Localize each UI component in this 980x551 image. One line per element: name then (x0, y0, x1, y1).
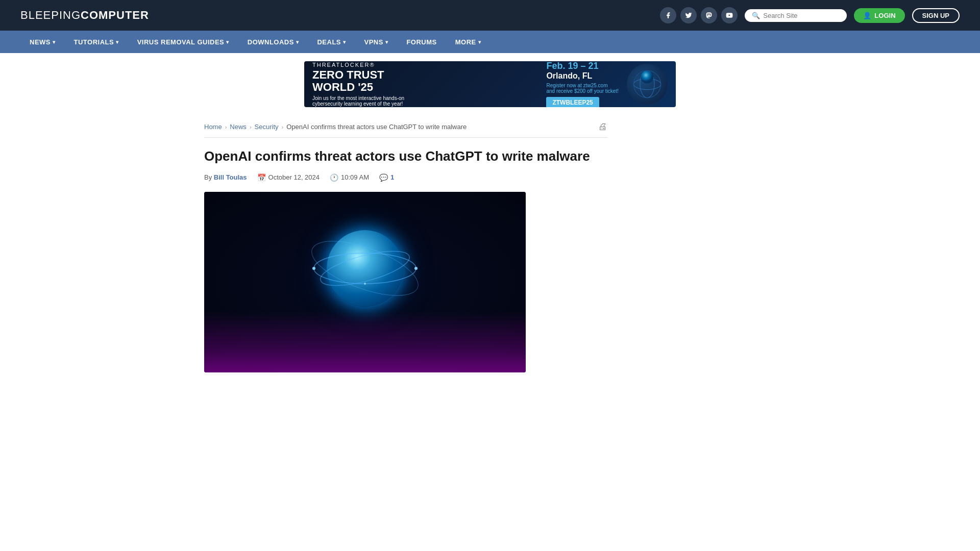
nav-tutorials[interactable]: TUTORIALS ▾ (65, 31, 128, 53)
comment-icon: 💬 (379, 173, 388, 182)
article-title: OpenAI confirms threat actors use ChatGP… (204, 148, 607, 165)
by-label: By (204, 173, 212, 181)
chevron-down-icon: ▾ (116, 39, 119, 45)
ad-logo: THREATLOCKER® (312, 62, 538, 68)
svg-point-10 (364, 283, 366, 285)
author-link[interactable]: Bill Toulas (214, 173, 247, 181)
page-layout: Home › News › Security › OpenAI confirms… (184, 115, 796, 383)
svg-point-5 (314, 253, 416, 284)
calendar-icon: 📅 (257, 173, 266, 182)
breadcrumb-current: OpenAI confirms threat actors use ChatGP… (286, 123, 467, 131)
nav-news[interactable]: NEWS ▾ (20, 31, 65, 53)
ad-left: THREATLOCKER® ZERO TRUST WORLD '25 Join … (312, 62, 538, 107)
ad-coupon: ZTWBLEEP25 (546, 97, 599, 108)
svg-point-3 (641, 70, 653, 83)
main-content: Home › News › Security › OpenAI confirms… (204, 115, 607, 383)
nav-downloads[interactable]: DOWNLOADS ▾ (238, 31, 308, 53)
breadcrumb-news[interactable]: News (230, 123, 247, 131)
ad-date: Feb. 19 – 21 (546, 61, 619, 71)
ad-subtitle: Join us for the most interactive hands-o… (312, 95, 538, 107)
article-container: OpenAI confirms threat actors use ChatGP… (204, 138, 607, 383)
svg-point-8 (414, 267, 418, 270)
search-input[interactable] (763, 12, 840, 19)
ad-location: Orlando, FL (546, 71, 619, 81)
breadcrumb-home[interactable]: Home (204, 123, 222, 131)
facebook-icon[interactable] (660, 7, 676, 23)
print-icon[interactable]: 🖨 (598, 121, 607, 132)
logo-bold: COMPUTER (81, 9, 149, 21)
article-date: 📅 October 12, 2024 (257, 173, 320, 182)
mastodon-icon[interactable] (701, 7, 717, 23)
chevron-down-icon: ▾ (226, 39, 229, 45)
ad-globe-icon (627, 64, 668, 105)
ad-register-text: Register now at ztw25.com and receive $2… (546, 83, 619, 94)
article-meta: By Bill Toulas 📅 October 12, 2024 🕐 10:0… (204, 173, 607, 182)
nav-virus-removal[interactable]: VIRUS REMOVAL GUIDES ▾ (128, 31, 238, 53)
svg-point-6 (305, 230, 425, 307)
nav-vpns[interactable]: VPNS ▾ (355, 31, 398, 53)
nav-more[interactable]: MORE ▾ (446, 31, 491, 53)
breadcrumb: Home › News › Security › OpenAI confirms… (204, 123, 467, 131)
breadcrumb-sep-2: › (250, 124, 252, 130)
login-button[interactable]: 👤 LOGIN (854, 8, 904, 23)
chevron-down-icon: ▾ (343, 39, 346, 45)
ad-inner: THREATLOCKER® ZERO TRUST WORLD '25 Join … (304, 61, 676, 107)
site-logo[interactable]: BLEEPINGCOMPUTER (20, 9, 149, 22)
ad-banner[interactable]: THREATLOCKER® ZERO TRUST WORLD '25 Join … (0, 53, 980, 115)
ad-title: ZERO TRUST WORLD '25 (312, 69, 538, 93)
chevron-down-icon: ▾ (53, 39, 56, 45)
site-header: BLEEPINGCOMPUTER 🔍 👤 LOGIN SIGN UP (0, 0, 980, 31)
youtube-icon[interactable] (721, 7, 738, 23)
breadcrumb-security[interactable]: Security (255, 123, 279, 131)
clock-icon: 🕐 (330, 173, 338, 182)
breadcrumb-sep-1: › (225, 124, 227, 130)
breadcrumb-section: Home › News › Security › OpenAI confirms… (204, 115, 607, 138)
breadcrumb-sep-3: › (282, 124, 284, 130)
article-hero-image (204, 192, 526, 372)
main-nav: NEWS ▾ TUTORIALS ▾ VIRUS REMOVAL GUIDES … (0, 31, 980, 53)
article-time: 🕐 10:09 AM (330, 173, 369, 182)
search-bar[interactable]: 🔍 (745, 9, 847, 22)
chevron-down-icon: ▾ (296, 39, 299, 45)
sidebar (623, 115, 776, 383)
chevron-down-icon: ▾ (385, 39, 388, 45)
social-icons-group (660, 7, 738, 23)
user-icon: 👤 (863, 12, 871, 19)
logo-regular: BLEEPING (20, 9, 81, 21)
twitter-icon[interactable] (680, 7, 697, 23)
search-icon: 🔍 (752, 12, 760, 19)
ad-middle: Feb. 19 – 21 Orlando, FL Register now at… (546, 61, 619, 107)
signup-button[interactable]: SIGN UP (912, 8, 960, 23)
header-right: 🔍 👤 LOGIN SIGN UP (660, 7, 960, 23)
nav-deals[interactable]: DEALS ▾ (308, 31, 355, 53)
svg-point-7 (317, 244, 413, 292)
nav-forums[interactable]: FORUMS (397, 31, 446, 53)
article-comments[interactable]: 💬 1 (379, 173, 394, 182)
author-byline: By Bill Toulas (204, 173, 247, 181)
chevron-down-icon: ▾ (478, 39, 481, 45)
svg-point-9 (312, 267, 315, 270)
